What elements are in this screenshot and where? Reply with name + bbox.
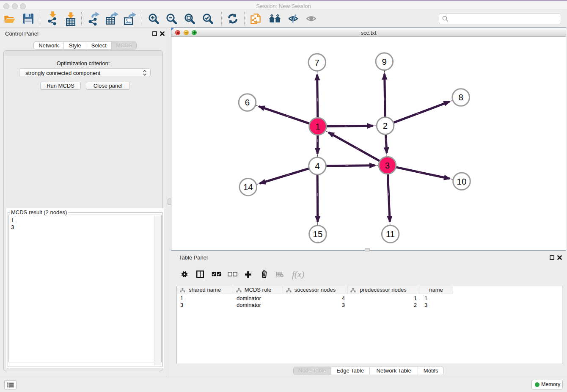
- svg-text:11: 11: [386, 229, 395, 239]
- svg-text:9: 9: [382, 57, 387, 66]
- svg-text:1: 1: [315, 121, 320, 131]
- svg-text:3: 3: [385, 160, 390, 170]
- svg-text:10: 10: [457, 177, 467, 186]
- svg-text:4: 4: [315, 161, 319, 171]
- svg-text:7: 7: [315, 58, 319, 67]
- svg-text:14: 14: [243, 182, 253, 192]
- svg-text:8: 8: [458, 92, 463, 102]
- svg-text:15: 15: [313, 229, 323, 239]
- svg-text:2: 2: [383, 121, 388, 130]
- svg-text:6: 6: [245, 97, 250, 107]
